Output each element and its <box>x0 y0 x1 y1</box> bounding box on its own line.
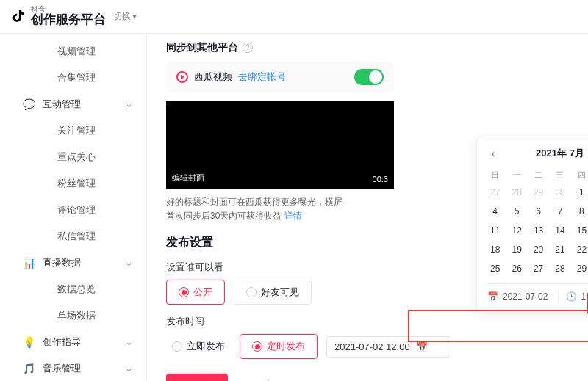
brand-block: 抖音 创作服务平台 <box>31 6 106 27</box>
sidebar-item[interactable]: 单场数据 <box>0 302 146 329</box>
radio-icon <box>246 287 257 297</box>
sidebar-item[interactable]: 重点关心 <box>0 144 146 170</box>
calendar-day[interactable]: 26 <box>506 260 527 277</box>
radio-icon <box>252 341 262 352</box>
douyin-logo-icon <box>10 8 26 24</box>
calendar-day[interactable]: 22 <box>571 241 588 258</box>
sidebar-item-label: 关注管理 <box>57 124 96 137</box>
radio-icon <box>172 341 182 352</box>
music-icon: 🎵 <box>22 362 35 375</box>
calendar-day[interactable]: 18 <box>484 241 506 258</box>
sidebar-item-label: 单场数据 <box>57 309 96 322</box>
sidebar-item[interactable]: 📊直播数据⌄ <box>0 250 146 276</box>
bulb-icon: 💡 <box>22 335 35 349</box>
calendar-day[interactable]: 30 <box>549 184 570 201</box>
calendar-day[interactable]: 5 <box>506 203 527 220</box>
calendar-day[interactable]: 20 <box>528 241 549 258</box>
sidebar-item-label: 评论管理 <box>57 203 96 217</box>
sidebar-item-label: 音乐管理 <box>43 362 81 375</box>
calendar-day[interactable]: 28 <box>506 184 527 201</box>
sync-section-title: 同步到其他平台 <box>166 41 238 54</box>
sidebar-item-label: 私信管理 <box>57 230 96 243</box>
calendar-day[interactable]: 27 <box>484 184 506 201</box>
sidebar-item-label: 直播数据 <box>43 256 81 269</box>
chevron-down-icon: ⌄ <box>125 363 133 374</box>
calendar-day[interactable]: 8 <box>571 203 588 220</box>
calendar-day[interactable]: 7 <box>549 203 570 220</box>
publish-button[interactable]: 发布 <box>166 374 228 381</box>
calendar-icon: 📅 <box>416 341 428 352</box>
calendar-weekday: 三 <box>549 167 570 184</box>
sidebar-item-label: 合集管理 <box>57 71 96 84</box>
date-picker-popover: ‹ 2021年 7月 › 日一二三四五六 2728293012345678910… <box>476 137 588 311</box>
sidebar-item[interactable]: 💡创作指导⌄ <box>0 329 146 355</box>
calendar-day[interactable]: 13 <box>528 222 549 239</box>
sidebar-item-label: 重点关心 <box>57 150 96 164</box>
calendar-day[interactable]: 29 <box>571 260 588 277</box>
sidebar-item-label: 数据总览 <box>57 283 96 296</box>
sidebar-item[interactable]: 💬互动管理⌄ <box>0 91 146 117</box>
sidebar-item[interactable]: 评论管理 <box>0 197 146 223</box>
sidebar-item[interactable]: 🎵音乐管理⌄ <box>0 355 146 381</box>
xigua-label: 西瓜视频 <box>194 70 232 84</box>
calendar-day[interactable]: 4 <box>484 203 506 220</box>
calendar-weekday: 一 <box>506 167 527 184</box>
edit-cover-badge[interactable]: 编辑封面 <box>172 173 204 184</box>
radio-icon <box>179 287 189 297</box>
calendar-icon: 📅 <box>487 291 498 302</box>
calendar-day[interactable]: 1 <box>571 184 588 201</box>
annotation-highlight <box>408 310 588 342</box>
help-icon[interactable]: ? <box>243 43 253 53</box>
video-duration: 00:3 <box>373 175 388 184</box>
chevron-down-icon: ⌄ <box>125 336 133 347</box>
calendar-day[interactable]: 28 <box>549 260 570 277</box>
calendar-day[interactable]: 29 <box>528 184 549 201</box>
chat-icon: 💬 <box>22 98 35 111</box>
sidebar-item-label: 视频管理 <box>57 45 96 58</box>
sidebar-item[interactable]: 私信管理 <box>0 223 146 250</box>
sidebar-item[interactable]: 关注管理 <box>0 117 146 144</box>
calendar-day[interactable]: 27 <box>528 260 549 277</box>
calendar-day[interactable]: 19 <box>506 241 527 258</box>
sidebar-item[interactable]: 合集管理 <box>0 65 146 91</box>
video-description: 好的标题和封面可在西瓜获得更多曝光，横屏 首次同步后30天内可获得收益 详情 <box>166 195 416 223</box>
calendar-day[interactable]: 6 <box>528 203 549 220</box>
sidebar-item[interactable]: 数据总览 <box>0 276 146 302</box>
clock-icon: 🕒 <box>566 291 577 302</box>
calendar-day[interactable]: 11 <box>484 222 506 239</box>
publish-scheduled-option[interactable]: 定时发布 <box>240 334 318 359</box>
xigua-sync-row: 西瓜视频 去绑定帐号 <box>166 62 394 92</box>
cancel-button[interactable]: 取消 <box>240 374 284 381</box>
sidebar: 视频管理合集管理💬互动管理⌄关注管理重点关心粉丝管理评论管理私信管理📊直播数据⌄… <box>0 34 147 381</box>
brand-title: 创作服务平台 <box>31 12 106 26</box>
calendar-day[interactable]: 25 <box>484 260 506 277</box>
calendar-day[interactable]: 21 <box>549 241 570 258</box>
chevron-down-icon: ▾ <box>132 11 137 21</box>
bind-account-link[interactable]: 去绑定帐号 <box>238 70 286 84</box>
visibility-friends-option[interactable]: 好友可见 <box>234 280 312 305</box>
video-cover-preview[interactable]: 编辑封面 00:3 <box>166 101 394 189</box>
calendar-day[interactable]: 12 <box>506 222 527 239</box>
sidebar-item-label: 粉丝管理 <box>57 177 96 190</box>
visibility-public-option[interactable]: 公开 <box>166 280 225 305</box>
publish-now-option[interactable]: 立即发布 <box>166 335 231 358</box>
sidebar-item[interactable]: 粉丝管理 <box>0 170 146 197</box>
calendar-month-title: 2021年 7月 <box>536 147 584 160</box>
prev-month-button[interactable]: ‹ <box>489 146 498 161</box>
calendar-time-display[interactable]: 🕒 12:00 <box>558 290 589 303</box>
calendar-day[interactable]: 15 <box>571 222 588 239</box>
main-content: 同步到其他平台 ? 西瓜视频 去绑定帐号 编辑封面 00:3 好的标题和封面可在… <box>147 34 588 381</box>
bars-icon: 📊 <box>22 256 35 269</box>
sidebar-item[interactable]: 视频管理 <box>0 38 146 65</box>
sidebar-item-label: 互动管理 <box>43 98 81 111</box>
chevron-down-icon: ⌄ <box>125 98 133 109</box>
xigua-icon <box>176 71 188 83</box>
detail-link[interactable]: 详情 <box>284 211 302 221</box>
xigua-sync-toggle[interactable] <box>354 69 384 85</box>
switch-workspace-link[interactable]: 切换 ▾ <box>113 10 137 23</box>
sidebar-item-label: 创作指导 <box>43 335 81 349</box>
calendar-day[interactable]: 14 <box>549 222 570 239</box>
calendar-date-display[interactable]: 📅 2021-07-02 <box>484 290 558 303</box>
app-header: 抖音 创作服务平台 切换 ▾ <box>0 0 588 34</box>
calendar-weekday: 二 <box>528 167 549 184</box>
